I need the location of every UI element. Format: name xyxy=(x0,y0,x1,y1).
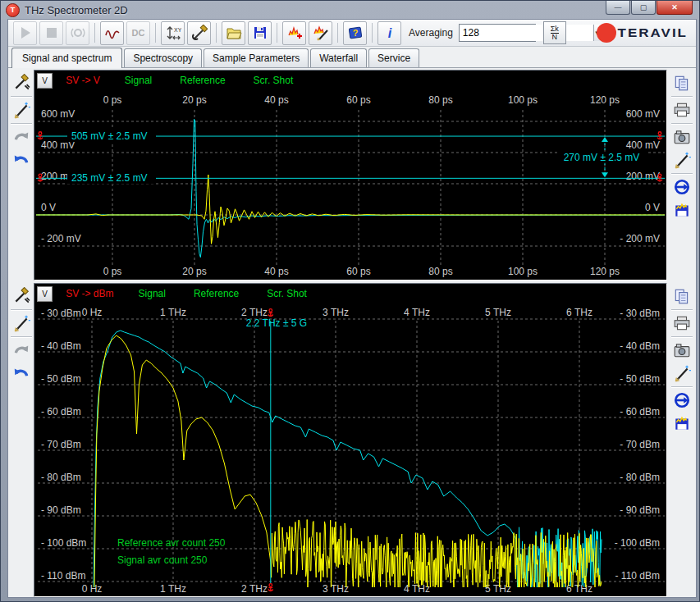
undo-icon xyxy=(12,151,30,169)
save-file-button[interactable] xyxy=(248,21,272,45)
top-plot: V SV -> V SignalReferenceScr. Shot 0 ps0… xyxy=(34,70,667,280)
svg-text:- 30 dBm: - 30 dBm xyxy=(620,308,660,319)
unit-button[interactable]: V xyxy=(37,73,53,89)
tab-sample-parameters[interactable]: Sample Parameters xyxy=(204,48,309,67)
unit-button[interactable]: V xyxy=(37,286,53,302)
svg-text:- 100 dBm: - 100 dBm xyxy=(615,537,660,549)
svg-text:i: i xyxy=(387,26,391,40)
svg-text:1 THz: 1 THz xyxy=(160,307,186,318)
clear-measurement-button[interactable] xyxy=(309,21,332,45)
axis-settings-button[interactable] xyxy=(10,285,33,308)
svg-text:505 mV ± 2.5 mV: 505 mV ± 2.5 mV xyxy=(71,130,148,142)
toolbar-separator xyxy=(155,23,156,43)
maximize-button[interactable]: ▢ xyxy=(631,1,656,15)
waveform-icon xyxy=(104,25,121,41)
legend-item-scr-shot[interactable]: Scr. Shot xyxy=(254,75,294,86)
signal-waveform-button[interactable] xyxy=(100,21,124,45)
info-icon: i xyxy=(382,25,398,41)
undo-button[interactable] xyxy=(10,148,33,171)
undo-icon xyxy=(12,364,30,382)
redo-button[interactable] xyxy=(10,125,33,148)
svg-text:- 50 dBm: - 50 dBm xyxy=(41,373,81,385)
tool-separator xyxy=(11,309,32,310)
svg-text:- 60 dBm: - 60 dBm xyxy=(620,406,660,417)
averaging-input[interactable] xyxy=(460,25,593,41)
clear-plot-button[interactable] xyxy=(10,312,33,335)
toolbar-separator xyxy=(277,23,277,43)
main-toolbar: DCXY?i Averaging ▼ Σk N TERAVIL xyxy=(8,20,696,47)
svg-text:2.2 THz ± 5 G: 2.2 THz ± 5 G xyxy=(246,317,307,329)
brand-name: TERAVIL xyxy=(618,25,688,40)
open-file-button[interactable] xyxy=(222,21,245,45)
legend-item-signal[interactable]: Signal xyxy=(139,288,166,299)
title-bar[interactable]: T THz Spectrometer 2D —▢✕ xyxy=(1,1,699,19)
sum-average-button[interactable]: Σk N xyxy=(543,21,566,44)
svg-text:1 THz: 1 THz xyxy=(160,583,186,595)
averaging-combobox[interactable]: ▼ xyxy=(459,24,536,42)
print-icon xyxy=(673,101,691,119)
svg-text:Reference avr count 250: Reference avr count 250 xyxy=(117,537,226,549)
legend-item-scr-shot[interactable]: Scr. Shot xyxy=(267,288,307,299)
info-button[interactable]: i xyxy=(377,21,401,45)
clear-plot-button[interactable] xyxy=(670,362,693,385)
tool-separator xyxy=(671,309,693,310)
bottom-plot-left-tools xyxy=(8,283,34,597)
close-button[interactable]: ✕ xyxy=(657,1,693,15)
top-plot-header: V SV -> V SignalReferenceScr. Shot xyxy=(34,71,666,90)
copy-button[interactable] xyxy=(670,71,693,94)
svg-text:2 THz: 2 THz xyxy=(241,583,268,595)
print-button[interactable] xyxy=(670,98,693,121)
undo-button[interactable] xyxy=(10,362,33,385)
conversion-mode-label[interactable]: SV -> dBm xyxy=(66,288,113,299)
svg-text:- 70 dBm: - 70 dBm xyxy=(41,439,81,450)
tool-separator xyxy=(11,336,32,337)
svg-text:- 70 dBm: - 70 dBm xyxy=(620,439,660,450)
redo-icon xyxy=(12,128,30,146)
svg-text:- 110 dBm: - 110 dBm xyxy=(41,570,85,581)
help-button[interactable]: ? xyxy=(343,21,367,45)
spectrum-chart[interactable]: 0 Hz0 Hz1 THz1 THz2 THz2 THz3 THz3 THz4 … xyxy=(34,303,666,596)
export-button[interactable] xyxy=(670,389,693,412)
print-icon xyxy=(673,314,691,332)
save-data-button[interactable] xyxy=(670,412,693,435)
snapshot-button[interactable] xyxy=(670,339,693,362)
svg-text:3 THz: 3 THz xyxy=(323,307,349,318)
copy-button[interactable] xyxy=(670,285,693,308)
clear-plot-button[interactable] xyxy=(670,148,693,171)
copy-icon xyxy=(673,74,691,92)
svg-text:270 mV ± 2.5 mV: 270 mV ± 2.5 mV xyxy=(564,152,640,163)
export-button[interactable] xyxy=(670,176,693,198)
svg-text:0 V: 0 V xyxy=(645,202,660,213)
axis-settings-button[interactable] xyxy=(10,71,33,94)
time-domain-chart[interactable]: 0 ps0 ps20 ps20 ps40 ps40 ps60 ps60 ps80… xyxy=(34,90,666,280)
tab-service[interactable]: Service xyxy=(368,48,419,67)
svg-text:0 Hz: 0 Hz xyxy=(82,307,103,318)
legend-item-signal[interactable]: Signal xyxy=(125,75,152,86)
clear-plot-button[interactable] xyxy=(10,98,33,121)
svg-text:0 ps: 0 ps xyxy=(103,94,122,106)
svg-text:4 THz: 4 THz xyxy=(404,307,430,318)
svg-text:600 mV: 600 mV xyxy=(41,108,75,120)
tab-spectroscopy[interactable]: Spectroscopy xyxy=(124,48,202,67)
tab-signal-and-spectrum[interactable]: Signal and spectrum xyxy=(11,48,122,68)
svg-text:0 ps: 0 ps xyxy=(103,266,122,277)
autoscale-xy-button[interactable]: XY xyxy=(161,21,185,45)
print-button[interactable] xyxy=(670,312,693,335)
tab-waterfall[interactable]: Waterfall xyxy=(310,48,367,67)
svg-text:6 THz: 6 THz xyxy=(566,307,592,318)
tool-separator xyxy=(11,123,32,124)
minimize-button[interactable]: — xyxy=(606,1,630,15)
tool-separator xyxy=(671,386,693,387)
conversion-mode-label[interactable]: SV -> V xyxy=(66,75,100,86)
add-measurement-button[interactable] xyxy=(282,21,306,45)
svg-text:120 ps: 120 ps xyxy=(590,266,620,277)
setup-tools-button[interactable] xyxy=(187,21,211,45)
save-data-button[interactable] xyxy=(670,198,693,221)
legend-item-reference[interactable]: Reference xyxy=(194,288,239,299)
averaging-label: Averaging xyxy=(409,27,453,39)
redo-button[interactable] xyxy=(10,339,33,362)
snapshot-icon xyxy=(673,341,691,359)
snapshot-button[interactable] xyxy=(670,125,693,148)
open-icon xyxy=(226,25,242,41)
legend-item-reference[interactable]: Reference xyxy=(180,75,225,86)
